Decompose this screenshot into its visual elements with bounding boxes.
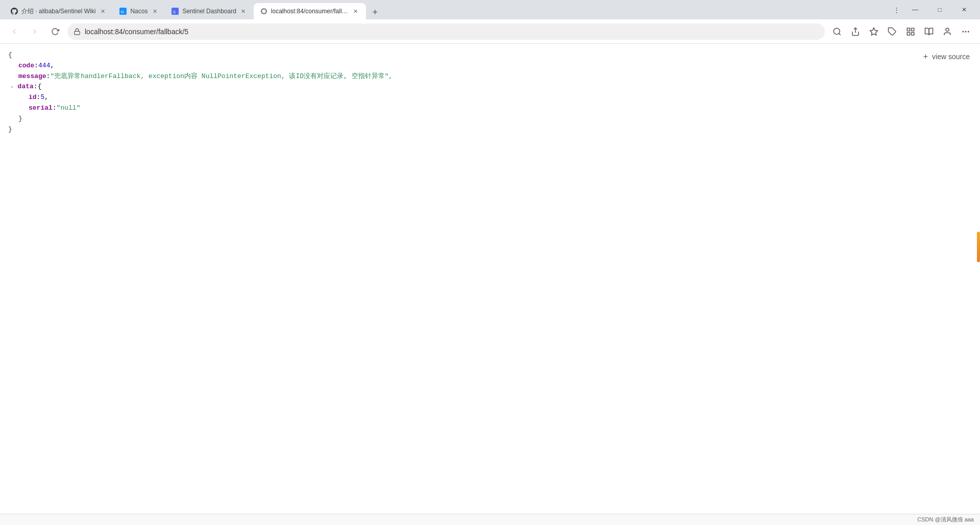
json-data-line: - data: { — [8, 82, 972, 92]
svg-point-7 — [834, 28, 840, 34]
bottom-bar-text: CSDN @清风微痕 aaa — [917, 516, 974, 523]
json-close-brace: } — [8, 124, 12, 135]
forward-button[interactable] — [27, 23, 43, 40]
tab-github-label: 介绍 · alibaba/Sentinel Wiki — [21, 7, 95, 16]
view-source-plus: + — [923, 50, 928, 63]
tab-github-close[interactable]: ✕ — [99, 7, 107, 15]
json-code-line: code : 444 , — [8, 61, 972, 71]
json-data-key: data: — [15, 82, 38, 92]
grid-icon-btn[interactable] — [902, 23, 919, 40]
json-colon-1: : — [34, 61, 38, 71]
bottom-bar: CSDN @清风微痕 aaa — [0, 514, 980, 525]
json-message-value: "兜底异常handlerFallback, exception内容 NullPo… — [50, 71, 393, 82]
svg-rect-14 — [912, 32, 914, 35]
tab-localhost[interactable]: localhost:84/consumer/fallbac ✕ — [254, 3, 366, 19]
svg-text:S: S — [173, 10, 176, 14]
tab-localhost-label: localhost:84/consumer/fallbac — [271, 8, 349, 15]
tab-localhost-close[interactable]: ✕ — [352, 7, 360, 15]
json-serial-line: serial : "null" — [8, 103, 972, 114]
view-source-button[interactable]: + view source — [923, 50, 970, 63]
json-data-close-brace: } — [18, 114, 22, 124]
json-colon-4: : — [53, 103, 57, 114]
svg-marker-10 — [870, 28, 878, 35]
profile-icon-btn[interactable] — [939, 23, 955, 40]
address-bar: localhost:84/consumer/fallback/5 — [0, 19, 980, 44]
tab-nacos[interactable]: N Nacos ✕ — [113, 3, 165, 19]
json-open-brace-line: { — [8, 50, 972, 61]
json-id-value: 5 — [40, 92, 44, 103]
address-text: localhost:84/consumer/fallback/5 — [85, 28, 819, 36]
github-favicon — [10, 7, 18, 15]
svg-rect-13 — [912, 28, 914, 31]
svg-rect-12 — [907, 28, 910, 31]
reload-button[interactable] — [47, 23, 63, 40]
json-content: { code : 444 , message : "兜底异常handlerFal… — [8, 50, 972, 135]
svg-line-8 — [839, 33, 840, 35]
share-icon-btn[interactable] — [847, 23, 864, 40]
svg-point-16 — [946, 28, 949, 31]
tab-sentinel[interactable]: S Sentinel Dashboard ✕ — [165, 3, 253, 19]
json-serial-value: "null" — [57, 103, 81, 114]
svg-point-18 — [968, 31, 969, 32]
tab-sentinel-close[interactable]: ✕ — [239, 7, 248, 15]
tabs-container: 介绍 · alibaba/Sentinel Wiki ✕ N Nacos ✕ — [4, 0, 889, 19]
view-source-label: view source — [932, 51, 970, 62]
svg-rect-6 — [75, 31, 80, 34]
json-comma-1: , — [50, 61, 54, 71]
tab-nacos-close[interactable]: ✕ — [151, 7, 159, 15]
extensions-menu-btn[interactable]: ⋮ — [889, 3, 903, 17]
svg-text:N: N — [121, 10, 124, 14]
svg-point-17 — [965, 31, 966, 32]
minimize-button[interactable]: — — [903, 2, 927, 17]
json-collapse-btn[interactable]: - — [10, 83, 14, 92]
tab-sentinel-label: Sentinel Dashboard — [182, 8, 236, 15]
settings-icon-btn[interactable] — [958, 23, 974, 40]
window-controls: — □ ✕ — [903, 2, 976, 17]
json-id-key: id — [29, 92, 37, 103]
nacos-favicon: N — [119, 7, 127, 15]
json-code-value: 444 — [38, 61, 50, 71]
json-close-brace-line: } — [8, 124, 972, 135]
address-bar-right — [829, 23, 974, 40]
reading-list-btn[interactable] — [921, 23, 937, 40]
json-open-brace: { — [8, 50, 12, 61]
json-serial-key: serial — [29, 103, 53, 114]
tab-nacos-label: Nacos — [130, 8, 148, 15]
new-tab-button[interactable]: + — [368, 5, 382, 19]
json-colon-2: : — [46, 71, 51, 82]
close-button[interactable]: ✕ — [952, 2, 976, 17]
json-message-key: message — [18, 71, 46, 82]
title-bar-controls: ⋮ — [889, 3, 903, 17]
sentinel-favicon: S — [171, 7, 179, 15]
title-bar: 介绍 · alibaba/Sentinel Wiki ✕ N Nacos ✕ — [0, 0, 980, 19]
json-comma-2: , — [44, 92, 48, 103]
svg-rect-15 — [907, 32, 910, 35]
address-input[interactable]: localhost:84/consumer/fallback/5 — [67, 23, 825, 40]
bookmark-icon-btn[interactable] — [866, 23, 882, 40]
page-content: + view source { code : 444 , message : "… — [0, 44, 980, 514]
json-code-key: code — [18, 61, 34, 71]
tab-github[interactable]: 介绍 · alibaba/Sentinel Wiki ✕ — [4, 3, 113, 19]
browser-window: 介绍 · alibaba/Sentinel Wiki ✕ N Nacos ✕ — [0, 0, 980, 525]
json-id-line: id : 5 , — [8, 92, 972, 103]
search-icon-btn[interactable] — [829, 23, 845, 40]
svg-point-19 — [963, 31, 964, 32]
back-button[interactable] — [6, 23, 22, 40]
json-message-line: message : "兜底异常handlerFallback, exceptio… — [8, 71, 972, 82]
localhost-favicon — [260, 7, 268, 15]
maximize-button[interactable]: □ — [928, 2, 951, 17]
svg-point-5 — [262, 10, 265, 13]
json-data-close-line: } — [8, 114, 972, 124]
json-colon-3: : — [37, 92, 41, 103]
scrollbar-accent — [977, 232, 980, 262]
json-data-open-brace: { — [38, 82, 42, 92]
extensions-icon-btn[interactable] — [884, 23, 900, 40]
lock-icon — [74, 28, 81, 35]
